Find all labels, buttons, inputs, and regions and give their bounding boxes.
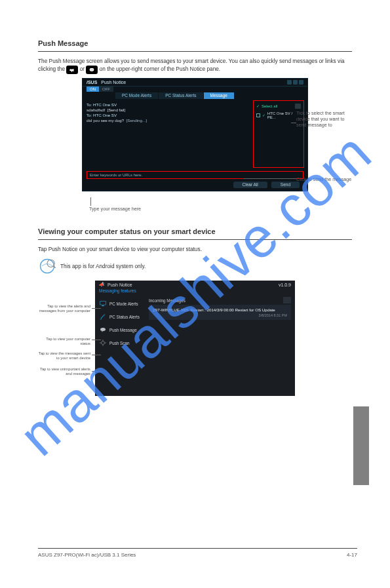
chat-history: To: HTC One SV sdafsdfsdf [Send fail] To… [83, 99, 253, 171]
chat-to: To: HTC One SV [87, 113, 249, 117]
note-icon [38, 257, 56, 275]
edit-icon[interactable] [295, 104, 301, 109]
callout-text: Tap to view the alerts and messages from… [38, 304, 90, 313]
callout-text: Tap to view your computer status [38, 337, 90, 346]
megaphone-icon: 📣 [99, 282, 105, 287]
select-all-label[interactable]: Select all [262, 104, 277, 108]
message-item[interactable]: Z97-WINBLUE-X65: Restart : 2014/3/9 00:0… [149, 305, 291, 320]
callout-text: Type your message here [89, 206, 141, 212]
svg-point-1 [91, 69, 92, 70]
mobile-heading: Viewing your computer status on your sma… [38, 227, 352, 235]
svg-rect-7 [100, 302, 106, 305]
callout-text: Click to send the message [296, 176, 355, 182]
app-title: Push Notice [101, 80, 126, 85]
footer-right: 4-17 [347, 552, 357, 558]
megaphone-icon [66, 66, 78, 74]
push-notice-desktop-app: /SUS Push Notice ON OFF PC Mode Alerts P… [82, 78, 308, 191]
status-icon [99, 313, 107, 321]
svg-point-9 [100, 328, 106, 331]
push-message-heading: Push Message [38, 39, 352, 47]
clear-all-button[interactable]: Clear All [233, 182, 267, 188]
target-icon [99, 339, 107, 347]
callout-text: Tap to view the messages sent to your sm… [38, 351, 90, 361]
sidebar-push-message[interactable]: Push Message [95, 323, 145, 336]
svg-point-4 [41, 260, 54, 273]
push-message-body: The Push Message screen allows you to se… [38, 57, 352, 74]
callout-text: Tap to view unimportant alerts and messa… [38, 367, 90, 376]
footer-left: ASUS Z97-PRO(Wi-Fi ac)/USB 3.1 Series [38, 552, 136, 558]
sidebar-push-scan[interactable]: Push Scan [95, 336, 145, 349]
callout-text: Tick to select the smart device that you… [296, 110, 352, 128]
svg-point-2 [92, 69, 92, 70]
msg-date: 3/8/2014 8:31 PM [153, 313, 287, 317]
window-controls [287, 80, 303, 85]
txt: on the upper-right corner of the Push No… [100, 66, 221, 72]
monitor-icon [99, 300, 107, 307]
chat-to: To: HTC One SV [87, 102, 249, 107]
toggle-on[interactable]: ON [87, 87, 99, 92]
send-button[interactable]: Send [271, 182, 300, 188]
device-checkbox[interactable] [256, 113, 260, 117]
tab-pc-status-alerts[interactable]: PC Status Alerts [159, 92, 203, 99]
app-title: Push Notice [107, 283, 132, 287]
toggle-off[interactable]: OFF [99, 87, 113, 92]
tab-pc-mode-alerts[interactable]: PC Mode Alerts [115, 92, 158, 99]
svg-rect-8 [102, 305, 104, 306]
brand-logo: /SUS [87, 80, 97, 85]
mobile-body: Tap Push Notice on your smart device to … [38, 245, 352, 253]
svg-point-3 [92, 69, 93, 70]
tab-message[interactable]: Message [204, 92, 234, 99]
msg-text: Z97-WINBLUE-X65: Restart : 2014/3/9 00:0… [153, 307, 287, 312]
trash-icon[interactable] [283, 297, 291, 304]
svg-point-10 [102, 342, 105, 345]
speech-bubble-icon [86, 66, 98, 74]
bubble-icon [99, 326, 107, 334]
note-row: This app is for Android system only. [38, 257, 352, 275]
note-text: This app is for Android system only. [60, 263, 146, 269]
app-version: v1.0.9 [279, 283, 291, 287]
sidebar-pc-status-alerts[interactable]: PC Status Alerts [95, 310, 145, 323]
divider [38, 51, 352, 52]
sidebar-pc-mode-alerts[interactable]: PC Mode Alerts [95, 297, 145, 310]
messaging-features-link[interactable]: Messaging features [95, 288, 295, 294]
push-notice-mobile-app: 📣 Push Notice v1.0.9 Messaging features … [95, 281, 295, 396]
divider [38, 239, 352, 240]
incoming-header: Incoming Messages [149, 298, 185, 303]
txt: or [80, 66, 87, 72]
